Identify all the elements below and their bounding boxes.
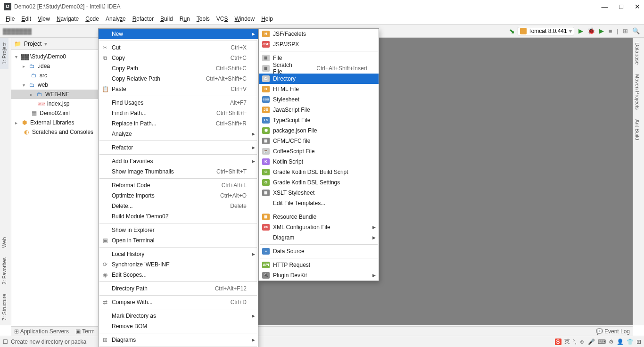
mic-icon[interactable]: 🎤 xyxy=(588,339,595,345)
build-icon[interactable]: ⬊ xyxy=(509,27,515,35)
menu-tools[interactable]: Tools xyxy=(194,15,213,23)
maximize-button[interactable]: □ xyxy=(619,3,623,10)
punct-icon[interactable]: °, xyxy=(573,339,577,345)
sub-scratch[interactable]: ▦Scratch FileCtrl+Alt+Shift+Insert xyxy=(259,63,379,74)
sub-html[interactable]: HHTML File xyxy=(259,84,379,94)
keyboard-icon[interactable]: ⌨ xyxy=(598,339,606,345)
sub-pkgjson[interactable]: ⬢package.json File xyxy=(259,125,379,136)
sub-gradle-build[interactable]: GGradle Kotlin DSL Build Script xyxy=(259,167,379,177)
ime-lang[interactable]: 英 xyxy=(564,338,570,346)
menu-code[interactable]: Code xyxy=(83,15,102,23)
ctx-mark-dir[interactable]: Mark Directory as▶ xyxy=(99,311,258,321)
ctx-analyze[interactable]: Analyze▶ xyxy=(99,129,258,139)
ctx-replace-in-path[interactable]: Replace in Path...Ctrl+Shift+R xyxy=(99,118,258,129)
sub-cfml[interactable]: ▦CFML/CFC file xyxy=(259,136,379,146)
sub-directory[interactable]: 🗀Directory xyxy=(259,74,379,84)
sub-coffee[interactable]: ☕CoffeeScript File xyxy=(259,146,379,157)
sub-diagram[interactable]: Diagram▶ xyxy=(259,232,379,243)
close-button[interactable]: ✕ xyxy=(635,3,640,10)
ctx-delete[interactable]: Delete...Delete xyxy=(99,201,258,211)
sub-resource-bundle[interactable]: ▦Resource Bundle xyxy=(259,212,379,222)
sub-ts[interactable]: TSTypeScript File xyxy=(259,115,379,125)
ctx-explorer[interactable]: Show in Explorer xyxy=(99,225,258,235)
tree-scratches[interactable]: ◐Scratches and Consoles xyxy=(11,127,113,137)
menu-navigate[interactable]: Navigate xyxy=(54,15,82,23)
ctx-terminal[interactable]: ▣Open in Terminal xyxy=(99,235,258,246)
search-icon[interactable]: 🔍 xyxy=(632,27,640,34)
sub-jspx[interactable]: JSPJSP/JSPX xyxy=(259,39,379,50)
tree-webinf[interactable]: ▸🗀WEB-INF xyxy=(11,90,113,99)
ctx-dir-path[interactable]: Directory PathCtrl+Alt+F12 xyxy=(99,283,258,294)
menu-file[interactable]: File xyxy=(3,15,17,23)
tree-external-libs[interactable]: ▸⬢External Libraries xyxy=(11,118,113,127)
tab-app-servers[interactable]: ⊞ Application Servers xyxy=(14,328,69,335)
emoji-icon[interactable]: ☺ xyxy=(579,339,585,345)
sub-jsf[interactable]: HJSF/Facelets xyxy=(259,29,379,39)
coverage-icon[interactable]: ▶ xyxy=(599,27,604,34)
ctx-paste[interactable]: 📋PasteCtrl+V xyxy=(99,84,258,94)
tree-src[interactable]: 🗀src xyxy=(11,71,113,80)
project-tree[interactable]: ▾▓▓\Study\Demo0 ▸🗀.idea 🗀src ▾🗀web ▸🗀WEB… xyxy=(11,50,113,139)
ctx-copy-path[interactable]: Copy PathCtrl+Shift+C xyxy=(99,63,258,74)
run-icon[interactable]: ▶ xyxy=(578,27,583,34)
tab-database[interactable]: Database xyxy=(633,38,642,69)
user-icon[interactable]: 👤 xyxy=(617,339,624,345)
tool-windows-icon[interactable]: ☐ xyxy=(3,339,8,345)
dropdown-icon[interactable]: ▾ xyxy=(44,41,47,47)
ctx-thumbnails[interactable]: Show Image ThumbnailsCtrl+Shift+T xyxy=(99,166,258,177)
run-config-selector[interactable]: Tomcat 8.0.441 ▾ xyxy=(518,27,574,35)
ctx-local-history[interactable]: Local History▶ xyxy=(99,249,258,259)
sub-datasource[interactable]: ≡Data Source xyxy=(259,246,379,256)
tree-root[interactable]: ▾▓▓\Study\Demo0 xyxy=(11,52,113,61)
tool-icon[interactable]: ⊞ xyxy=(636,339,641,345)
sub-kotlin[interactable]: KKotlin Script xyxy=(259,157,379,167)
sub-plugin[interactable]: 🔌Plugin DevKit▶ xyxy=(259,270,379,281)
ctx-copy[interactable]: ⧉CopyCtrl+C xyxy=(99,53,258,63)
tree-iml[interactable]: ▦Demo02.iml xyxy=(11,108,113,118)
tab-maven[interactable]: Maven Projects xyxy=(633,69,642,115)
menu-window[interactable]: Window xyxy=(231,15,257,23)
tree-index[interactable]: JSPindex.jsp xyxy=(11,99,113,108)
ctx-remove-bom[interactable]: Remove BOM xyxy=(99,321,258,331)
menu-analyze[interactable]: Analyze xyxy=(103,15,129,23)
stop-icon[interactable]: ■ xyxy=(609,27,612,34)
menu-edit[interactable]: Edit xyxy=(18,15,34,23)
menu-build[interactable]: Build xyxy=(157,15,176,23)
tab-structure[interactable]: 7: Structure xyxy=(0,289,8,325)
tab-ant[interactable]: Ant Build xyxy=(633,115,642,145)
ctx-cut[interactable]: ✂CutCtrl+X xyxy=(99,42,258,53)
sub-xslt[interactable]: ▦XSLT Stylesheet xyxy=(259,188,379,198)
tshirt-icon[interactable]: 👕 xyxy=(627,339,634,345)
ime-sogou-icon[interactable]: S xyxy=(555,339,561,345)
ctx-edit-scopes[interactable]: ◉Edit Scopes... xyxy=(99,270,258,280)
ctx-synchronize[interactable]: ⟳Synchronize 'WEB-INF' xyxy=(99,259,258,270)
ctx-new[interactable]: New▶ xyxy=(99,29,258,39)
debug-icon[interactable]: 🐞 xyxy=(587,27,595,34)
sub-http[interactable]: APIHTTP Request xyxy=(259,260,379,270)
event-log[interactable]: 💬 Event Log xyxy=(596,328,630,335)
ctx-optimize[interactable]: Optimize ImportsCtrl+Alt+O xyxy=(99,190,258,201)
ctx-reformat[interactable]: Reformat CodeCtrl+Alt+L xyxy=(99,180,258,190)
sub-stylesheet[interactable]: cssStylesheet xyxy=(259,94,379,105)
menu-refactor[interactable]: Refactor xyxy=(130,15,157,23)
settings-icon[interactable]: ⚙ xyxy=(609,339,614,345)
ctx-diagrams[interactable]: ⊞Diagrams▶ xyxy=(99,335,258,345)
menu-view[interactable]: View xyxy=(35,15,53,23)
tab-project[interactable]: 1: Project xyxy=(0,38,8,69)
sub-xml-config[interactable]: <>XML Configuration File▶ xyxy=(259,222,379,232)
ctx-copy-relative[interactable]: Copy Relative PathCtrl+Alt+Shift+C xyxy=(99,74,258,84)
sub-gradle-settings[interactable]: GGradle Kotlin DSL Settings xyxy=(259,177,379,188)
ctx-build-module[interactable]: Build Module 'Demo02' xyxy=(99,211,258,222)
sub-js[interactable]: JSJavaScript File xyxy=(259,105,379,115)
ctx-favorites[interactable]: Add to Favorites▶ xyxy=(99,156,258,166)
tree-idea[interactable]: ▸🗀.idea xyxy=(11,61,113,71)
ctx-find-usages[interactable]: Find UsagesAlt+F7 xyxy=(99,98,258,108)
tab-terminal[interactable]: ▣ Term xyxy=(75,328,95,335)
menu-run[interactable]: Run xyxy=(177,15,193,23)
sub-templates[interactable]: Edit File Templates... xyxy=(259,198,379,208)
tab-web[interactable]: Web xyxy=(0,232,8,252)
tree-web[interactable]: ▾🗀web xyxy=(11,80,113,90)
ctx-compare[interactable]: ⇄Compare With...Ctrl+D xyxy=(99,297,258,307)
menu-help[interactable]: Help xyxy=(258,15,276,23)
minimize-button[interactable]: — xyxy=(602,3,608,10)
